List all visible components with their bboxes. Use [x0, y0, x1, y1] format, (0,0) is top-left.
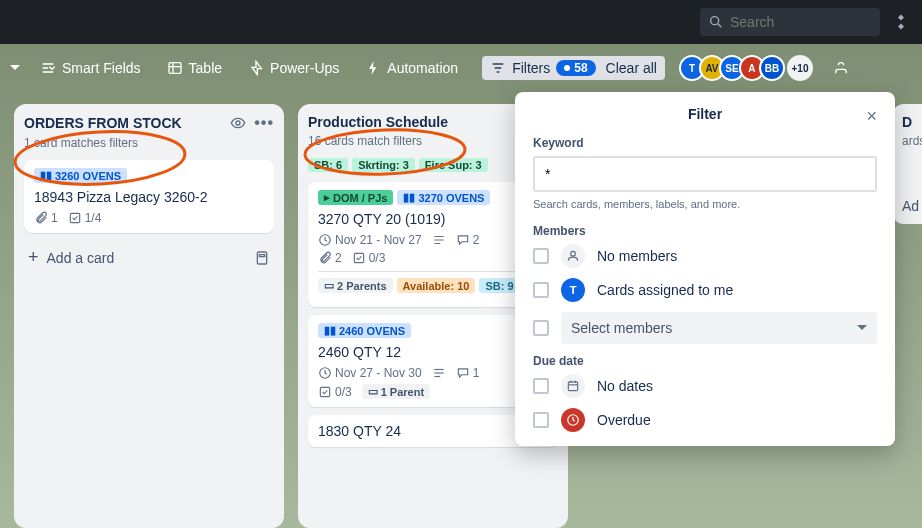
- checklist-badge: 0/3: [318, 385, 352, 399]
- checkbox[interactable]: [533, 378, 549, 394]
- attachment-badge: 2: [318, 251, 342, 265]
- svg-rect-16: [354, 253, 363, 262]
- watch-icon: [230, 115, 246, 131]
- svg-point-0: [711, 17, 719, 25]
- card-title: 1830 QTY 24: [318, 423, 548, 439]
- automation-label: Automation: [387, 60, 458, 76]
- plus-icon: +: [28, 247, 39, 268]
- checkbox[interactable]: [533, 282, 549, 298]
- table-label: Table: [189, 60, 222, 76]
- description-icon: [432, 366, 446, 380]
- comments-badge: 1: [456, 366, 480, 380]
- svg-rect-21: [320, 387, 329, 396]
- due-date-label: Due date: [533, 354, 877, 368]
- card[interactable]: ▮▮ 3260 OVENS 18943 Pizza Legacy 3260-2 …: [24, 160, 274, 233]
- card-label: ▮▮ 3270 OVENS: [397, 190, 490, 205]
- powerups-button[interactable]: Power-Ups: [242, 56, 345, 80]
- calendar-icon: [561, 374, 585, 398]
- template-icon[interactable]: [254, 250, 270, 266]
- card-title: 18943 Pizza Legacy 3260-2: [34, 189, 264, 205]
- checkbox[interactable]: [533, 248, 549, 264]
- svg-rect-2: [169, 63, 181, 74]
- svg-rect-23: [568, 382, 577, 391]
- filter-row-select-members[interactable]: Select members: [533, 312, 877, 344]
- filter-panel-title: Filter: [688, 106, 722, 122]
- card-label: ▮▮ 3260 OVENS: [34, 168, 127, 183]
- avatar-more[interactable]: +10: [787, 55, 813, 81]
- svg-point-22: [571, 251, 576, 256]
- parents-badge: ▭ 1 Parent: [362, 384, 430, 399]
- list-partial: D ards Ad: [892, 104, 922, 224]
- add-card-partial[interactable]: Ad: [902, 198, 922, 214]
- date-badge: Nov 27 - Nov 30: [318, 366, 422, 380]
- avatar-me: T: [561, 278, 585, 302]
- summary-label: SB: 6: [308, 158, 348, 172]
- list-menu-icon[interactable]: •••: [254, 114, 274, 132]
- svg-rect-10: [257, 252, 266, 264]
- close-icon[interactable]: ×: [866, 106, 877, 127]
- clear-all-button[interactable]: Clear all: [606, 60, 657, 76]
- table-button[interactable]: Table: [161, 56, 228, 80]
- filters-button[interactable]: Filters 58: [490, 60, 595, 76]
- list-title[interactable]: ORDERS FROM STOCK: [24, 115, 222, 131]
- search-input[interactable]: [700, 8, 880, 36]
- svg-rect-11: [259, 254, 264, 256]
- person-icon: [561, 244, 585, 268]
- checklist-badge: 0/3: [352, 251, 386, 265]
- parents-badge: ▭ 2 Parents: [318, 278, 393, 293]
- avatar[interactable]: BB: [759, 55, 785, 81]
- filter-row-overdue[interactable]: Overdue: [533, 408, 877, 432]
- add-card-button[interactable]: + Add a card: [24, 241, 274, 274]
- avatar-stack[interactable]: T AV SE A BB +10: [685, 55, 813, 81]
- svg-line-1: [718, 24, 721, 27]
- svg-point-8: [236, 121, 240, 125]
- checkbox[interactable]: [533, 320, 549, 336]
- checkbox[interactable]: [533, 412, 549, 428]
- filter-row-no-members[interactable]: No members: [533, 244, 877, 268]
- card-title: 3270 QTY 20 (1019): [318, 211, 548, 227]
- available-label: Available: 10: [397, 278, 476, 293]
- smart-fields-label: Smart Fields: [62, 60, 141, 76]
- select-members-dropdown[interactable]: Select members: [561, 312, 877, 344]
- list-orders-from-stock: ORDERS FROM STOCK ••• 1 card matches fil…: [14, 104, 284, 528]
- card-label: ▮▮ 2460 OVENS: [318, 323, 411, 338]
- date-badge: Nov 21 - Nov 27: [318, 233, 422, 247]
- smart-fields-button[interactable]: Smart Fields: [34, 56, 147, 80]
- keyword-label: Keyword: [533, 136, 877, 150]
- app-switcher-icon[interactable]: [892, 13, 910, 31]
- card-label: ▸ DOM / PJs: [318, 190, 393, 205]
- automation-button[interactable]: Automation: [359, 56, 464, 80]
- filters-label: Filters: [512, 60, 550, 76]
- search-icon: [708, 14, 724, 30]
- filter-row-no-dates[interactable]: No dates: [533, 374, 877, 398]
- filter-count-badge: 58: [556, 60, 595, 76]
- keyword-help: Search cards, members, labels, and more.: [533, 198, 877, 210]
- sb-label: SB: 9: [479, 278, 519, 293]
- attachment-badge: 1: [34, 211, 58, 225]
- overdue-icon: [561, 408, 585, 432]
- description-icon: [432, 233, 446, 247]
- filter-row-assigned-me[interactable]: T Cards assigned to me: [533, 278, 877, 302]
- powerups-label: Power-Ups: [270, 60, 339, 76]
- card-title: 2460 QTY 12: [318, 344, 548, 360]
- chevron-down-icon[interactable]: [10, 65, 20, 75]
- chevron-down-icon: [857, 325, 867, 335]
- svg-rect-9: [70, 213, 79, 222]
- summary-label: Skrting: 3: [352, 158, 415, 172]
- comments-badge: 2: [456, 233, 480, 247]
- list-filter-match: 1 card matches filters: [24, 136, 274, 150]
- summary-label: Fire Sup: 3: [419, 158, 488, 172]
- share-icon[interactable]: [833, 60, 849, 76]
- keyword-input[interactable]: [533, 156, 877, 192]
- members-label: Members: [533, 224, 877, 238]
- checklist-badge: 1/4: [68, 211, 102, 225]
- filter-panel: Filter × Keyword Search cards, members, …: [515, 92, 895, 446]
